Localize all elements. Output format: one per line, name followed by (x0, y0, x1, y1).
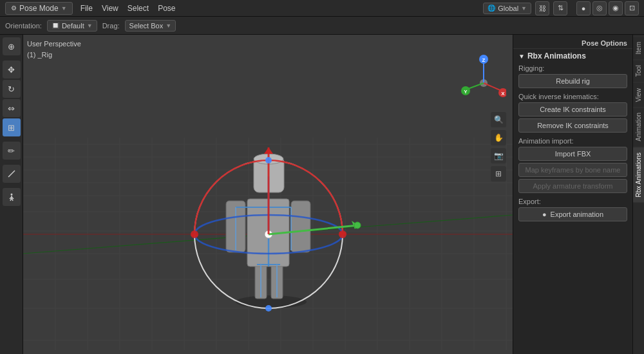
viewport[interactable]: User Perspective (1) _Rig 🔍 ✋ 📷 ⊞ Z X (23, 35, 513, 354)
tab-tool[interactable]: Tool (633, 59, 644, 82)
render-icon2[interactable]: ◎ (592, 1, 607, 15)
quick-ik-section: Quick inverse kinematics: Create IK cons… (513, 91, 632, 136)
anim-import-label: Animation import: (518, 137, 627, 145)
svg-point-64 (265, 305, 272, 312)
far-right-tabs: Item Tool View Animation Rbx Animations (632, 35, 644, 354)
toolbar-bar: Orientation: 🔲 Default ▼ Drag: Select Bo… (0, 17, 644, 35)
tab-animation[interactable]: Animation (633, 107, 644, 146)
render-icon3[interactable]: ◉ (609, 1, 623, 15)
main-area: ⊕ ✥ ↻ ⇔ ⊞ ✏ (0, 35, 644, 354)
center-dropdown[interactable]: 🌐 Global ▼ (483, 3, 531, 14)
drag-selector[interactable]: Select Box ▼ (125, 20, 176, 32)
arrows-icon-btn[interactable]: ⇅ (553, 1, 567, 15)
map-keyframes-button[interactable]: Map keyframes by bone name (518, 163, 627, 177)
tool-measure[interactable] (3, 165, 21, 183)
drag-value: Select Box (129, 22, 164, 30)
vp-hand-icon[interactable]: ✋ (491, 130, 506, 145)
export-anim-label: Export animation (551, 210, 604, 218)
anim-import-section: Animation import: Import FBX Map keyfram… (513, 136, 632, 196)
create-ik-button[interactable]: Create IK constraints (518, 102, 627, 116)
panel-title: Rbx Animations (527, 51, 586, 61)
export-icon: ● (542, 210, 547, 218)
tab-rbx-animations[interactable]: Rbx Animations (633, 147, 644, 202)
orientation-value: Default (62, 22, 84, 30)
svg-point-62 (354, 222, 361, 228)
export-section: Export: ● Export animation (513, 196, 632, 225)
tool-scale[interactable]: ⇔ (3, 99, 21, 117)
menu-file[interactable]: File (77, 3, 97, 14)
rigging-section: Rigging: Rebuild rig (513, 63, 632, 91)
svg-point-2 (10, 194, 12, 196)
viewport-rig-label: (1) _Rig (27, 50, 81, 61)
svg-point-65 (191, 230, 198, 238)
vp-camera-icon[interactable]: 📷 (491, 148, 506, 163)
svg-point-63 (265, 157, 272, 163)
axes-gizmo[interactable]: Z X Y (461, 54, 506, 99)
chain-icon-btn[interactable]: ⛓ (535, 1, 549, 15)
vp-grid-icon[interactable]: ⊞ (491, 166, 506, 182)
tool-rotate[interactable]: ↻ (3, 80, 21, 98)
tool-cursor[interactable]: ⊕ (3, 37, 21, 55)
axes-gizmo-svg: Z X Y (461, 54, 506, 99)
tab-view[interactable]: View (633, 82, 644, 107)
mode-label: Pose Mode (19, 4, 59, 13)
right-panel: Pose Options ▼ Rbx Animations Rigging: R… (513, 35, 632, 354)
center-label: Global (498, 5, 518, 12)
viewport-right-icons: 🔍 ✋ 📷 ⊞ (491, 112, 506, 182)
quick-ik-label: Quick inverse kinematics: (518, 93, 627, 100)
right-sidebar-container: Pose Options ▼ Rbx Animations Rigging: R… (513, 35, 644, 354)
rebuild-rig-button[interactable]: Rebuild rig (518, 74, 627, 88)
vp-search-icon[interactable]: 🔍 (491, 112, 506, 127)
tool-move[interactable]: ✥ (3, 61, 21, 79)
top-menu-bar: ⚙ Pose Mode ▼ File View Select Pose 🌐 Gl… (0, 0, 644, 17)
viewport-perspective-label: User Perspective (27, 39, 81, 50)
remove-ik-button[interactable]: Remove IK constraints (518, 118, 627, 133)
menu-pose[interactable]: Pose (154, 3, 179, 14)
left-toolbar: ⊕ ✥ ↻ ⇔ ⊞ ✏ (0, 35, 23, 354)
tool-annotate[interactable]: ✏ (3, 142, 21, 160)
orientation-selector[interactable]: 🔲 Default ▼ (47, 20, 97, 32)
pose-options-label: Pose Options (513, 37, 632, 49)
menu-view[interactable]: View (98, 3, 122, 14)
tool-transform[interactable]: ⊞ (3, 118, 21, 136)
mode-selector[interactable]: ⚙ Pose Mode ▼ (5, 2, 73, 15)
drag-label: Drag: (102, 22, 120, 30)
svg-rect-44 (291, 201, 310, 252)
apply-armature-button[interactable]: Apply armature transform (518, 179, 627, 193)
import-fbx-button[interactable]: Import FBX (518, 147, 627, 161)
orientation-label: Orientation: (5, 22, 42, 30)
grid-background (23, 35, 513, 354)
menu-select[interactable]: Select (124, 3, 153, 14)
export-label: Export: (518, 198, 627, 205)
svg-text:Y: Y (464, 89, 468, 95)
svg-text:Z: Z (482, 57, 486, 63)
header-right: 🌐 Global ▼ ⛓ ⇅ ● ◎ ◉ ⊡ (483, 1, 639, 15)
rigging-label: Rigging: (518, 64, 627, 72)
tool-pose[interactable] (3, 188, 21, 206)
panel-rbx-animations-header[interactable]: ▼ Rbx Animations (513, 49, 632, 63)
render-icon[interactable]: ● (576, 1, 591, 15)
render-icon4[interactable]: ⊡ (625, 1, 639, 15)
viewport-header: User Perspective (1) _Rig (27, 39, 81, 60)
top-menu-items: File View Select Pose (77, 3, 180, 14)
collapse-arrow: ▼ (518, 53, 525, 60)
export-anim-button[interactable]: ● Export animation (518, 207, 627, 221)
svg-point-66 (339, 230, 346, 238)
svg-text:X: X (501, 91, 505, 97)
tab-item[interactable]: Item (633, 36, 644, 59)
